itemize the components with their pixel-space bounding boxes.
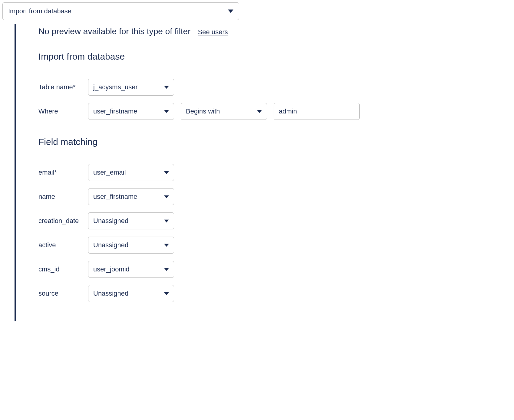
field-match-label: name xyxy=(38,193,88,201)
field-match-row: activeUnassigned xyxy=(38,237,512,254)
where-value-input[interactable] xyxy=(274,103,360,120)
chevron-down-icon xyxy=(257,110,262,113)
svg-marker-4 xyxy=(164,171,169,174)
field-match-select[interactable]: user_email xyxy=(88,164,174,181)
field-match-row: sourceUnassigned xyxy=(38,285,512,302)
field-match-row: email*user_email xyxy=(38,164,512,181)
table-name-value: j_acysms_user xyxy=(93,83,138,91)
where-operator-value: Begins with xyxy=(186,107,220,115)
field-match-select[interactable]: Unassigned xyxy=(88,212,174,229)
chevron-down-icon xyxy=(164,86,169,89)
svg-marker-5 xyxy=(164,195,169,198)
svg-marker-8 xyxy=(164,268,169,271)
filter-config-panel: No preview available for this type of fi… xyxy=(15,24,512,321)
field-match-label: creation_date xyxy=(38,217,88,225)
see-users-link[interactable]: See users xyxy=(198,28,228,36)
field-match-value: user_joomid xyxy=(93,265,130,273)
chevron-down-icon xyxy=(164,244,169,247)
svg-marker-7 xyxy=(164,244,169,247)
svg-marker-0 xyxy=(228,10,233,13)
preview-message: No preview available for this type of fi… xyxy=(38,27,191,36)
field-match-label: cms_id xyxy=(38,265,88,273)
field-match-select[interactable]: user_firstname xyxy=(88,188,174,205)
section-matching-heading: Field matching xyxy=(38,137,512,147)
chevron-down-icon xyxy=(164,219,169,223)
field-match-row: cms_iduser_joomid xyxy=(38,261,512,278)
field-match-row: creation_dateUnassigned xyxy=(38,212,512,229)
chevron-down-icon xyxy=(228,9,233,13)
field-match-row: nameuser_firstname xyxy=(38,188,512,205)
field-match-select[interactable]: Unassigned xyxy=(88,237,174,254)
field-match-label: source xyxy=(38,290,88,297)
field-match-select[interactable]: user_joomid xyxy=(88,261,174,278)
where-field-select[interactable]: user_firstname xyxy=(88,103,174,120)
field-match-value: user_email xyxy=(93,169,126,176)
field-match-label: active xyxy=(38,241,88,249)
table-name-select[interactable]: j_acysms_user xyxy=(88,79,174,96)
chevron-down-icon xyxy=(164,171,169,174)
filter-type-select[interactable]: Import from database xyxy=(2,2,239,20)
svg-marker-1 xyxy=(164,86,169,89)
svg-marker-6 xyxy=(164,219,169,222)
where-field-value: user_firstname xyxy=(93,107,137,115)
table-name-label: Table name* xyxy=(38,83,88,91)
svg-marker-2 xyxy=(164,110,169,113)
chevron-down-icon xyxy=(164,110,169,113)
filter-type-value: Import from database xyxy=(8,7,71,15)
field-match-select[interactable]: Unassigned xyxy=(88,285,174,302)
field-match-value: Unassigned xyxy=(93,290,128,297)
where-label: Where xyxy=(38,107,88,115)
chevron-down-icon xyxy=(164,195,169,199)
chevron-down-icon xyxy=(164,268,169,271)
section-import-heading: Import from database xyxy=(38,51,512,62)
svg-marker-9 xyxy=(164,292,169,295)
field-match-value: Unassigned xyxy=(93,217,128,225)
field-match-label: email* xyxy=(38,169,88,176)
field-match-value: user_firstname xyxy=(93,193,137,201)
where-operator-select[interactable]: Begins with xyxy=(181,103,267,120)
field-match-value: Unassigned xyxy=(93,241,128,249)
svg-marker-3 xyxy=(257,110,262,113)
chevron-down-icon xyxy=(164,292,169,295)
